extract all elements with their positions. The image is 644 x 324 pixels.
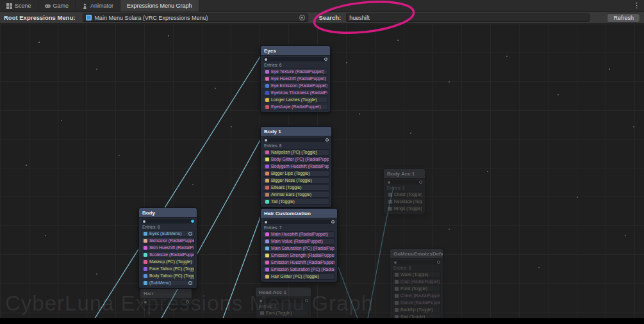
- entry-label: Dance (RadialPuppet): [400, 301, 441, 305]
- tab-label: Animator: [90, 3, 113, 9]
- menu-entry[interactable]: Ears (Toggle): [258, 310, 309, 316]
- node-port-bar: [142, 219, 194, 223]
- node-input-port[interactable]: [265, 139, 267, 142]
- kebab-menu-icon[interactable]: ⋮: [633, 1, 640, 10]
- graph-node-bodyacc1[interactable]: Body Acc 1Entries: 3Chest (Toggle)Neckla…: [383, 168, 425, 215]
- menu-entry[interactable]: Eyebrow Thickness (RadialPuppet): [263, 90, 328, 96]
- menu-entry[interactable]: Necklace (Toggle): [386, 198, 423, 205]
- entry-icon: [144, 253, 147, 257]
- graph-node-hairc[interactable]: Hair CustomizationEntries: 7Main Hueshif…: [260, 208, 338, 282]
- menu-entry[interactable]: Hair Glitter (PC) (Toggle): [263, 273, 335, 280]
- node-title[interactable]: Body: [139, 208, 197, 218]
- menu-entry[interactable]: Main Hueshift (RadialPuppet): [263, 231, 335, 238]
- node-title[interactable]: GoMenuEmotesDefault: [390, 249, 443, 259]
- node-output-port[interactable]: [186, 300, 189, 304]
- node-input-port[interactable]: [388, 181, 390, 184]
- node-input-port[interactable]: [260, 300, 262, 302]
- menu-entry[interactable]: Main Saturation (PC) (RadialPuppet): [263, 245, 335, 252]
- menu-entry[interactable]: Dance (RadialPuppet): [392, 300, 441, 306]
- unity-window: Scene Game Animator Expressions Menu Gra…: [0, 0, 644, 324]
- node-title[interactable]: Eyes: [261, 46, 330, 56]
- menu-entry[interactable]: Scolesize (RadialPuppet): [141, 252, 195, 258]
- node-input-port[interactable]: [144, 301, 147, 304]
- object-picker-icon[interactable]: [299, 15, 305, 20]
- entry-icon: [265, 247, 269, 250]
- menu-entry[interactable]: Clap (RadialPuppet): [392, 279, 441, 285]
- menu-entry[interactable]: Bigger Lips (Toggle): [263, 170, 329, 177]
- graph-node-headacc1[interactable]: Head Acc 1Entries: 2Ears (Toggle)Head ea…: [255, 287, 311, 318]
- menu-entry[interactable]: Emission Hueshift (RadialPuppet): [263, 259, 335, 266]
- tab-animator[interactable]: Animator: [76, 0, 120, 12]
- menu-entry[interactable]: Head ear (Toggle): [258, 317, 309, 318]
- menu-entry[interactable]: Makeup (PC) (Toggle): [141, 259, 195, 265]
- node-output-port[interactable]: [305, 299, 308, 302]
- menu-entry[interactable]: Backflip (Toggle): [392, 307, 441, 313]
- node-input-port[interactable]: [265, 221, 267, 223]
- node-title[interactable]: Head Acc 1: [256, 288, 311, 297]
- menu-entry[interactable]: Eye Texture (RadialPuppet): [263, 69, 328, 75]
- node-output-port[interactable]: [331, 220, 334, 223]
- menu-entry[interactable]: Sad (Toggle): [392, 314, 441, 318]
- menu-entry[interactable]: Eye Emission (RadialPuppet): [263, 83, 328, 89]
- menu-entry[interactable]: Eyeshape (RadialPuppet): [263, 104, 328, 110]
- menu-entry[interactable]: Wave (Toggle): [392, 271, 441, 278]
- graph-node-gomenu[interactable]: GoMenuEmotesDefaultEntries: 8Wave (Toggl…: [390, 248, 443, 318]
- menu-entry[interactable]: Main Value (RadialPuppet): [263, 238, 335, 245]
- node-input-port[interactable]: [394, 261, 397, 264]
- menu-entry[interactable]: Emission Saturation (PC) (RadialPuppet): [263, 266, 335, 273]
- entry-label: Eyebrow Thickness (RadialPuppet): [271, 91, 328, 95]
- menu-entry[interactable]: Skin Hueshift (RadialPuppet): [141, 245, 195, 251]
- tab-expressions-menu-graph[interactable]: Expressions Menu Graph: [120, 0, 199, 12]
- menu-entry[interactable]: Skincolor (RadialPuppet): [141, 238, 195, 244]
- menu-entry[interactable]: Face Tattoo (PC) (Toggle): [141, 266, 195, 272]
- graph-canvas[interactable]: CyberLuna Expressions Menu Graph EyesEnt…: [0, 24, 644, 318]
- menu-entry[interactable]: Tail (Toggle): [263, 198, 329, 205]
- root-menu-object-field[interactable]: Main Menu Solara (VRC Expressions Menu): [83, 13, 308, 22]
- menu-entry[interactable]: Bigger Nose (Toggle): [263, 177, 329, 184]
- node-title[interactable]: Hair Customization: [261, 209, 337, 218]
- tab-scene[interactable]: Scene: [0, 0, 38, 12]
- node-input-port[interactable]: [265, 58, 267, 61]
- entry-label: Body Tattoo (PC) (Toggle): [149, 274, 195, 279]
- menu-entry[interactable]: Elfears (Toggle): [263, 184, 329, 191]
- entry-list: Eye Texture (RadialPuppet)Eye Hueshift (…: [261, 69, 330, 112]
- entry-label: Ears (Toggle): [266, 311, 292, 316]
- node-output-port[interactable]: [326, 138, 329, 142]
- menu-entry[interactable]: Point (Toggle): [392, 286, 441, 292]
- node-title[interactable]: Body 1: [261, 127, 331, 136]
- graph-node-body[interactable]: BodyEntries: 8Eyes (SubMenu)Skincolor (R…: [138, 207, 197, 289]
- menu-entry[interactable]: Body Glitter (PC) (RadialPuppet): [263, 156, 329, 163]
- menu-entry[interactable]: Animal Ears (Toggle): [263, 191, 329, 198]
- menu-entry[interactable]: Cheer (RadialPuppet): [392, 293, 441, 299]
- refresh-button[interactable]: Refresh: [607, 13, 640, 22]
- menu-entry[interactable]: Body Tattoo (PC) (Toggle): [141, 273, 195, 279]
- node-output-port[interactable]: [437, 261, 440, 264]
- menu-entry[interactable]: Chest (Toggle): [386, 191, 423, 198]
- node-output-port[interactable]: [324, 58, 327, 61]
- entry-icon: [395, 315, 399, 318]
- entry-label: Eye Hueshift (RadialPuppet): [271, 77, 326, 81]
- graph-node-hair[interactable]: Hair: [140, 288, 192, 306]
- node-title[interactable]: Body Acc 1: [384, 169, 425, 179]
- tab-game[interactable]: Game: [38, 0, 76, 12]
- menu-entry[interactable]: Bodygem Hueshift (RadialPuppet): [263, 163, 329, 170]
- menu-entry[interactable]: Nailpolish (PC) (Toggle): [263, 149, 329, 156]
- entry-label: Necklace (Toggle): [394, 200, 423, 204]
- entry-label: Rings (Toggle): [394, 207, 422, 211]
- menu-entry[interactable]: Eyes (SubMenu): [141, 231, 195, 237]
- menu-entry[interactable]: Longer Lashes (Toggle): [263, 97, 328, 103]
- menu-entry[interactable]: Rings (Toggle): [386, 206, 423, 212]
- menu-entry[interactable]: (SubMenu): [141, 280, 195, 286]
- search-input[interactable]: [346, 13, 590, 22]
- entry-label: Bigger Nose (Toggle): [271, 179, 312, 183]
- entry-list: Main Hueshift (RadialPuppet)Main Value (…: [261, 231, 337, 282]
- node-input-port[interactable]: [143, 220, 145, 223]
- menu-entry[interactable]: Eye Hueshift (RadialPuppet): [263, 76, 328, 82]
- node-title[interactable]: Hair: [140, 289, 192, 298]
- graph-node-eyes[interactable]: EyesEntries: 6Eye Texture (RadialPuppet)…: [260, 45, 331, 113]
- node-output-port[interactable]: [419, 181, 422, 184]
- entry-icon: [395, 308, 399, 312]
- node-output-port[interactable]: [191, 220, 194, 223]
- menu-entry[interactable]: Emission Strength (RadialPuppet): [263, 252, 335, 259]
- graph-node-body1[interactable]: Body 1Entries: 8Nailpolish (PC) (Toggle)…: [260, 126, 332, 207]
